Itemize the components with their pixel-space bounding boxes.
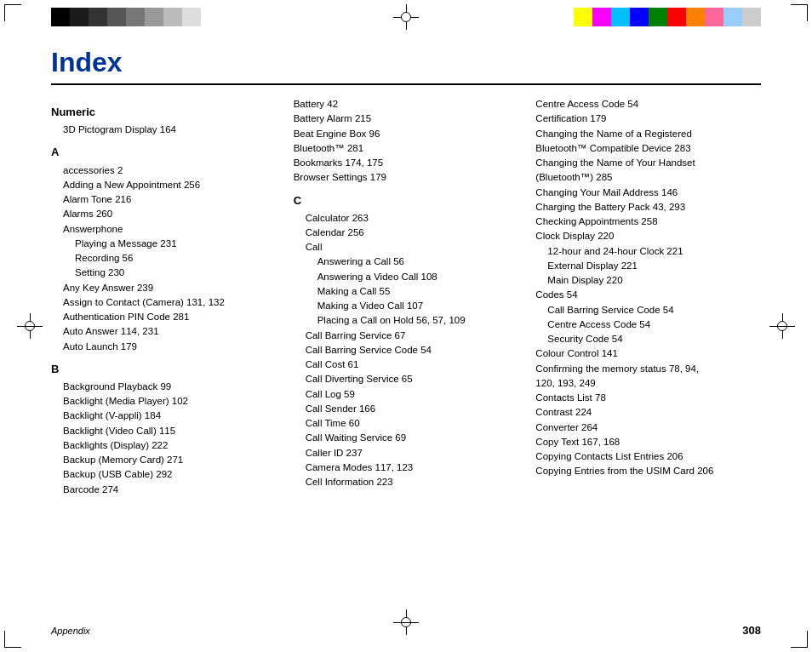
index-entry: External Display 221 [535,259,761,273]
index-entry: Changing the Name of Your Handset [535,156,761,170]
index-entry: Battery 42 [294,97,519,112]
index-entry: Certification 179 [535,112,761,126]
index-entry: Call Barring Service Code 54 [294,343,519,357]
page-title: Index [51,47,761,78]
section-letter: C [294,192,519,209]
index-entry: Contrast 224 [535,405,761,420]
corner-mark-br [791,631,808,648]
index-entry: Making a Video Call 107 [294,299,519,313]
index-entry: accessories 2 [51,163,277,178]
index-entry: Answerphone [51,222,277,237]
index-entry: Backup (Memory Card) 271 [51,453,277,467]
color-swatch [574,8,592,26]
section-letter: A [51,144,277,161]
index-columns: Numeric3D Pictogram Display 164Aaccessor… [51,97,761,497]
color-swatch [686,8,705,26]
index-column-col2: Battery 42Battery Alarm 215Beat Engine B… [294,97,519,497]
index-column-col1: Numeric3D Pictogram Display 164Aaccessor… [51,97,277,497]
color-swatch [705,8,723,26]
footer-page: 308 [742,624,761,637]
color-swatch [723,8,742,26]
index-entry: 120, 193, 249 [535,376,761,391]
footer-section: Appendix [51,626,90,636]
color-swatches-left [51,8,220,26]
index-entry: Auto Launch 179 [51,340,277,354]
color-swatch [51,8,70,26]
section-letter: Numeric [51,104,277,121]
index-entry: Calendar 256 [294,226,519,240]
index-entry: Call Cost 61 [294,357,519,372]
index-entry: Camera Modes 117, 123 [294,460,519,475]
index-entry: Centre Access Code 54 [535,317,761,332]
color-swatch [649,8,667,26]
index-entry: Playing a Message 231 [51,237,277,251]
index-entry: Copying Contacts List Entries 206 [535,449,761,464]
index-entry: Setting 230 [51,266,277,280]
index-entry: Calculator 263 [294,211,519,226]
index-entry: Making a Call 55 [294,284,519,299]
index-entry: Caller ID 237 [294,446,519,460]
index-entry: Colour Control 141 [535,346,761,361]
index-entry: Beat Engine Box 96 [294,127,519,141]
color-swatch [89,8,107,26]
color-swatch [667,8,686,26]
corner-mark-bl [4,631,21,648]
index-entry: Centre Access Code 54 [535,97,761,112]
index-entry: Bookmarks 174, 175 [294,156,519,170]
color-swatch [742,8,761,26]
index-entry: Codes 54 [535,288,761,302]
section-letter: B [51,361,277,378]
color-swatch [592,8,611,26]
index-entry: Charging the Battery Pack 43, 293 [535,200,761,214]
index-entry: Backlight (V-appli) 184 [51,409,277,423]
index-entry: Call Barring Service 67 [294,329,519,343]
index-entry: Barcode 274 [51,483,277,497]
index-entry: Battery Alarm 215 [294,112,519,126]
index-entry: Answering a Video Call 108 [294,270,519,284]
index-entry: Placing a Call on Hold 56, 57, 109 [294,313,519,328]
index-entry: Main Display 220 [535,273,761,288]
index-entry: Auto Answer 114, 231 [51,324,277,339]
footer: Appendix 308 [51,624,761,637]
index-entry: Recording 56 [51,251,277,266]
index-entry: Call Sender 166 [294,402,519,416]
index-entry: Checking Appointments 258 [535,214,761,229]
color-swatch [107,8,126,26]
index-entry: Call [294,240,519,255]
color-swatches-right [574,8,761,26]
index-entry: Converter 264 [535,420,761,435]
index-entry: Copying Entries from the USIM Card 206 [535,464,761,478]
index-entry: Adding a New Appointment 256 [51,178,277,192]
index-column-col3: Centre Access Code 54Certification 179Ch… [535,97,761,497]
index-entry: Call Time 60 [294,416,519,431]
index-entry: Call Log 59 [294,387,519,402]
color-swatch [182,8,201,26]
index-entry: Authentication PIN Code 281 [51,310,277,324]
color-swatch [630,8,649,26]
top-color-bar [0,0,812,34]
index-entry: Changing Your Mail Address 146 [535,186,761,200]
index-entry: Alarms 260 [51,207,277,221]
index-entry: Confirming the memory status 78, 94, [535,362,761,376]
index-entry: Backup (USB Cable) 292 [51,467,277,482]
index-entry: Call Waiting Service 69 [294,431,519,445]
index-entry: 12-hour and 24-hour Clock 221 [535,244,761,259]
index-entry: Browser Settings 179 [294,170,519,185]
color-swatch [163,8,182,26]
index-entry: Contacts List 78 [535,391,761,405]
index-entry: Copy Text 167, 168 [535,435,761,449]
index-entry: 3D Pictogram Display 164 [51,123,277,137]
color-swatch [70,8,89,26]
index-entry: Backlight (Media Player) 102 [51,394,277,409]
index-entry: Assign to Contact (Camera) 131, 132 [51,295,277,310]
color-swatch [145,8,163,26]
color-swatch [611,8,630,26]
page-content: Index Numeric3D Pictogram Display 164Aac… [51,47,761,609]
top-crosshair [393,4,419,30]
index-entry: Cell Information 223 [294,475,519,489]
color-swatch [126,8,145,26]
index-entry: Answering a Call 56 [294,255,519,269]
right-crosshair [769,313,795,339]
index-entry: Changing the Name of a Registered [535,127,761,141]
color-swatch [201,8,220,26]
